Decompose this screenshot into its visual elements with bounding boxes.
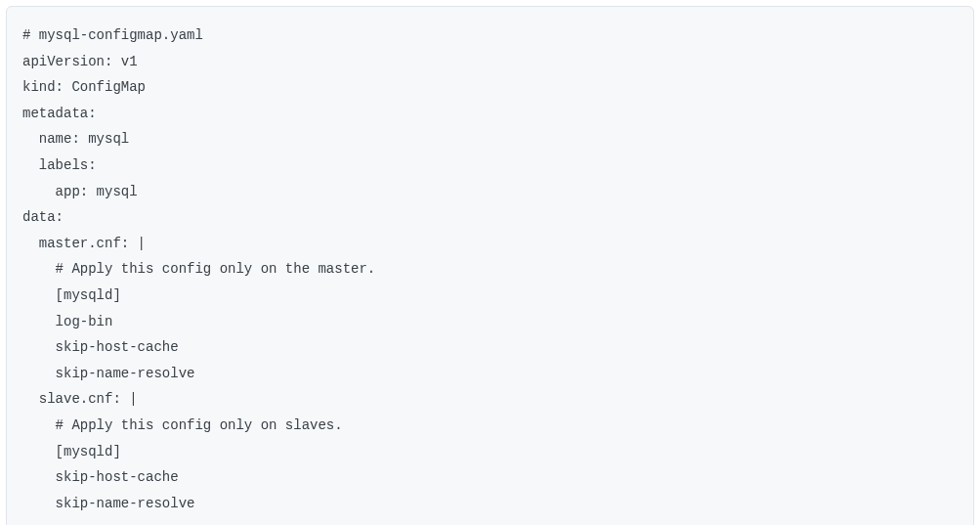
code-content: # mysql-configmap.yaml apiVersion: v1 ki… <box>22 22 958 516</box>
code-block: # mysql-configmap.yaml apiVersion: v1 ki… <box>6 6 974 525</box>
